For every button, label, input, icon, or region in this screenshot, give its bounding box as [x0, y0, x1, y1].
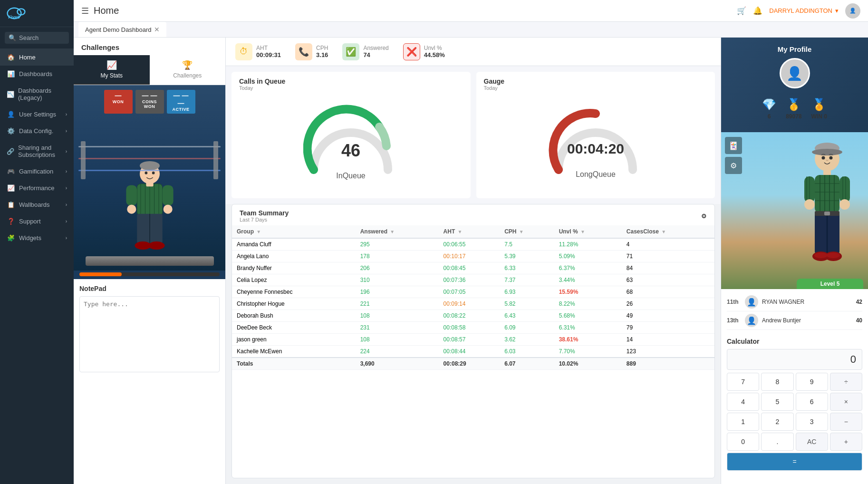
col-aht[interactable]: AHT ▼: [439, 225, 500, 238]
cell-answered: 108: [356, 334, 439, 346]
table-settings-icon[interactable]: ⚙: [701, 213, 707, 220]
sidebar-item-dashboards-label: Dashboards: [19, 70, 52, 77]
calc-btn-8[interactable]: 8: [761, 373, 793, 391]
calc-btn-2[interactable]: 2: [761, 413, 793, 431]
cell-unvl: 5.09%: [554, 251, 622, 262]
data-config-icon: ⚙️: [7, 127, 15, 135]
tab-mystats[interactable]: 📈 My Stats: [74, 55, 150, 85]
cell-answered: 221: [356, 298, 439, 310]
svg-rect-52: [824, 212, 830, 215]
col-cases[interactable]: CasesClose ▼: [622, 225, 714, 238]
cell-group: Celia Lopez: [232, 274, 356, 286]
sidebar-item-data-config[interactable]: ⚙️ Data Config. ›: [0, 123, 74, 139]
calc-btn-5[interactable]: 5: [761, 393, 793, 411]
calc-btn-9[interactable]: 9: [796, 373, 828, 391]
cell-answered: 224: [356, 346, 439, 358]
cell-aht: 00:09:14: [439, 298, 500, 310]
level-platform: Level 5: [797, 279, 863, 289]
sidebar-item-support[interactable]: ❓ Support ›: [0, 213, 74, 230]
sort-arrow: ▼: [256, 229, 261, 234]
sidebar-item-dashboards-legacy[interactable]: 📉 Dashboards (Legacy): [0, 82, 74, 106]
cell-unvl: 5.68%: [554, 310, 622, 322]
cell-cph: 6.03: [500, 346, 554, 358]
unvl-label: Unvl %: [424, 45, 445, 51]
home-icon: 🏠: [7, 54, 15, 61]
svg-rect-22: [146, 182, 153, 187]
svg-point-30: [822, 156, 825, 160]
calc-btn-[interactable]: ÷: [830, 373, 862, 391]
calc-btn-[interactable]: +: [830, 433, 862, 451]
performance-icon: 📈: [7, 184, 15, 192]
calc-btn-6[interactable]: 6: [796, 393, 828, 411]
active-label: ACTIVE: [172, 107, 189, 112]
calc-btn-[interactable]: =: [727, 453, 862, 471]
chevron-right-icon: ›: [66, 169, 67, 174]
sidebar-item-widgets[interactable]: 🧩 Widgets ›: [0, 230, 74, 246]
tab-challenges[interactable]: 🏆 Challenges: [150, 55, 226, 85]
metrics-top-row: ⏱ AHT 00:09:31 📞 CPH 3.16: [226, 38, 721, 66]
search-box[interactable]: 🔍 Search: [5, 32, 69, 44]
user-settings-icon: 👤: [7, 111, 15, 118]
sidebar-item-dashboards[interactable]: 📊 Dashboards: [0, 66, 74, 82]
cell-aht: 00:08:44: [439, 346, 500, 358]
search-section: 🔍 Search: [0, 27, 74, 49]
profile-badges: 💎 6 🥇 89078 🏅 WIN 0: [762, 93, 827, 125]
calc-btn-AC[interactable]: AC: [796, 433, 828, 451]
cell-group: Amanda Cluff: [232, 238, 356, 251]
rope-top: [78, 146, 221, 147]
calc-btn-[interactable]: ×: [830, 393, 862, 411]
char-ctrl-gear[interactable]: ⚙: [725, 157, 742, 174]
notepad-input[interactable]: [79, 296, 220, 372]
sidebar-item-home[interactable]: 🏠 Home: [0, 49, 74, 66]
calculator-title: Calculator: [727, 338, 862, 345]
user-menu[interactable]: DARRYL ADDINGTON ▾: [769, 7, 839, 14]
avatar[interactable]: 👤: [845, 3, 860, 19]
center-panel: Challenges 📈 My Stats 🏆 Challenges: [74, 38, 721, 484]
sidebar-item-gamification[interactable]: 🎮 Gamification ›: [0, 163, 74, 180]
calc-btn-[interactable]: .: [761, 433, 793, 451]
chevron-right-icon: ›: [66, 219, 67, 224]
calc-btn-[interactable]: −: [830, 413, 862, 431]
sidebar-item-user-settings[interactable]: 👤 User Settings ›: [0, 106, 74, 123]
tab-challenges-label: Challenges: [173, 72, 202, 79]
svg-point-5: [145, 172, 147, 174]
cell-unvl: 15.59%: [554, 286, 622, 298]
hamburger-icon[interactable]: ☰: [81, 6, 89, 16]
stats-badges: — WON — — COINS WON — — — ACTIVE: [104, 90, 195, 114]
longqueue-svg: 00:04:20 LongQueue: [548, 103, 643, 184]
cell-unvl: 38.61%: [554, 334, 622, 346]
tab-bar: Agent Demo Dashboard ✕: [74, 22, 868, 38]
sidebar-item-performance[interactable]: 📈 Performance ›: [0, 180, 74, 196]
bell-icon[interactable]: 🔔: [753, 6, 762, 15]
sidebar-item-dashboards-legacy-label: Dashboards (Legacy): [18, 87, 67, 101]
post-left: [81, 141, 86, 179]
calc-btn-3[interactable]: 3: [796, 413, 828, 431]
sort-arrow: ▼: [661, 229, 666, 234]
chevron-right-icon: ›: [66, 202, 67, 207]
challenges-title: Challenges: [74, 38, 225, 55]
calc-btn-0[interactable]: 0: [727, 433, 759, 451]
calc-btn-4[interactable]: 4: [727, 393, 759, 411]
col-answered[interactable]: Answered ▼: [356, 225, 439, 238]
cart-icon[interactable]: 🛒: [737, 6, 746, 15]
gauge-inqueue-title: Calls in Queue: [239, 77, 463, 85]
total-unvl: 10.02%: [554, 358, 622, 370]
col-cph[interactable]: CPH ▼: [500, 225, 554, 238]
tab-agent-demo[interactable]: Agent Demo Dashboard ✕: [78, 22, 166, 37]
col-group[interactable]: Group ▼: [232, 225, 356, 238]
table-row: Brandy Nuffer 206 00:08:45 6.33 6.37% 84: [232, 262, 714, 274]
cell-cph: 3.62: [500, 334, 554, 346]
sidebar-item-sharing[interactable]: 🔗 Sharing and Subscriptions ›: [0, 139, 74, 163]
char-ctrl-card[interactable]: 🃏: [725, 137, 742, 154]
col-unvl[interactable]: Unvl % ▼: [554, 225, 622, 238]
calc-btn-1[interactable]: 1: [727, 413, 759, 431]
cell-aht: 00:07:05: [439, 286, 500, 298]
sidebar-item-wallboards[interactable]: 📋 Wallboards ›: [0, 196, 74, 213]
post-right: [213, 141, 218, 179]
calc-btn-7[interactable]: 7: [727, 373, 759, 391]
profile-header: My Profile 👤 💎 6 🥇 89078 🏅 WIN 0: [721, 38, 868, 132]
cph-icon: 📞: [295, 43, 312, 60]
metric-aht: ⏱ AHT 00:09:31: [235, 43, 281, 60]
tab-close-icon[interactable]: ✕: [154, 26, 160, 33]
sidebar-item-wallboards-label: Wallboards: [19, 201, 50, 208]
